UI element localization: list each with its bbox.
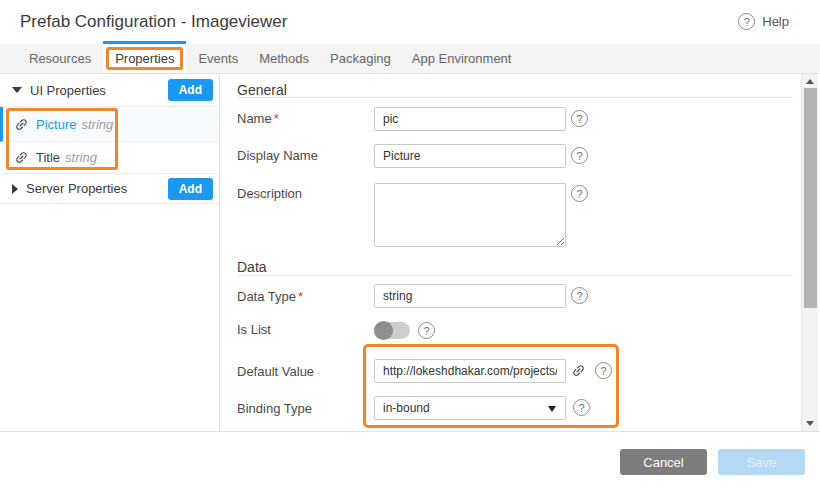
- binding-type-value: in-bound: [383, 401, 430, 415]
- name-input[interactable]: [374, 107, 566, 131]
- prefab-configuration-dialog: Prefab Configuration - Imageviewer Help …: [0, 0, 820, 488]
- help-button[interactable]: Help: [738, 13, 789, 30]
- data-type-help-icon[interactable]: [571, 287, 588, 304]
- section-divider: [237, 97, 793, 98]
- property-type: string: [65, 150, 97, 165]
- data-type-label: Data Type*: [237, 289, 303, 304]
- dialog-header: Prefab Configuration - Imageviewer Help: [0, 0, 820, 44]
- help-icon: [738, 13, 755, 30]
- display-name-label: Display Name: [237, 148, 318, 163]
- add-ui-property-button[interactable]: Add: [168, 79, 213, 101]
- display-name-help-icon[interactable]: [571, 147, 588, 164]
- property-item-picture[interactable]: Picture string: [0, 107, 219, 142]
- is-list-help-icon[interactable]: [418, 322, 435, 339]
- section-divider: [237, 275, 793, 276]
- required-asterisk: *: [298, 289, 303, 304]
- scroll-down-arrow-icon[interactable]: [806, 421, 814, 426]
- binding-type-help-icon[interactable]: [573, 399, 590, 416]
- name-help-icon[interactable]: [571, 110, 588, 127]
- default-value-label: Default Value: [237, 364, 314, 379]
- toggle-knob: [374, 321, 393, 340]
- property-form: General Name* Display Name Description D…: [221, 74, 801, 431]
- tab-app-environment[interactable]: App Environment: [403, 44, 521, 73]
- chain-link-icon: [14, 150, 29, 165]
- ui-properties-group[interactable]: UI Properties Add: [0, 74, 219, 107]
- properties-sidebar: UI Properties Add Picture string Title s…: [0, 74, 220, 431]
- chain-link-icon: [14, 117, 29, 132]
- server-properties-group[interactable]: Server Properties Add: [0, 174, 219, 204]
- property-name: Picture: [36, 117, 76, 132]
- name-label: Name*: [237, 111, 279, 126]
- dialog-footer: Cancel Save: [0, 431, 820, 488]
- server-properties-label: Server Properties: [26, 181, 127, 196]
- section-title-data: Data: [237, 259, 267, 275]
- bind-chain-link-icon[interactable]: [571, 363, 586, 378]
- tab-methods[interactable]: Methods: [250, 44, 318, 73]
- help-label: Help: [762, 14, 789, 29]
- cancel-button[interactable]: Cancel: [620, 449, 707, 475]
- ui-properties-label: UI Properties: [30, 83, 106, 98]
- scroll-up-arrow-icon[interactable]: [806, 79, 814, 84]
- data-type-input[interactable]: [374, 284, 566, 308]
- section-title-general: General: [237, 82, 287, 98]
- property-name: Title: [36, 150, 60, 165]
- dropdown-caret-icon: [548, 406, 556, 412]
- save-button[interactable]: Save: [718, 449, 805, 475]
- scrollbar-thumb[interactable]: [804, 88, 817, 308]
- required-asterisk: *: [274, 111, 279, 126]
- vertical-scrollbar[interactable]: [801, 74, 818, 431]
- add-server-property-button[interactable]: Add: [168, 178, 213, 200]
- dialog-title: Prefab Configuration - Imageviewer: [20, 12, 287, 32]
- description-help-icon[interactable]: [571, 185, 588, 202]
- description-label: Description: [237, 186, 302, 201]
- default-value-input[interactable]: [374, 359, 566, 383]
- annotation-box-properties-tab: Properties: [106, 47, 183, 70]
- is-list-label: Is List: [237, 322, 271, 337]
- binding-type-select[interactable]: in-bound: [374, 396, 566, 420]
- collapse-triangle-icon: [12, 87, 22, 93]
- property-type: string: [81, 117, 113, 132]
- tab-resources[interactable]: Resources: [20, 44, 100, 73]
- display-name-input[interactable]: [374, 144, 566, 168]
- tab-packaging[interactable]: Packaging: [321, 44, 400, 73]
- default-value-help-icon[interactable]: [595, 362, 612, 379]
- description-textarea[interactable]: [374, 183, 566, 247]
- tab-events[interactable]: Events: [189, 44, 247, 73]
- is-list-toggle[interactable]: [374, 322, 410, 339]
- property-item-title[interactable]: Title string: [0, 142, 219, 174]
- tab-bar: Resources Properties Events Methods Pack…: [0, 44, 820, 74]
- tab-properties[interactable]: Properties: [103, 44, 186, 73]
- expand-triangle-icon: [12, 184, 18, 194]
- binding-type-label: Binding Type: [237, 401, 312, 416]
